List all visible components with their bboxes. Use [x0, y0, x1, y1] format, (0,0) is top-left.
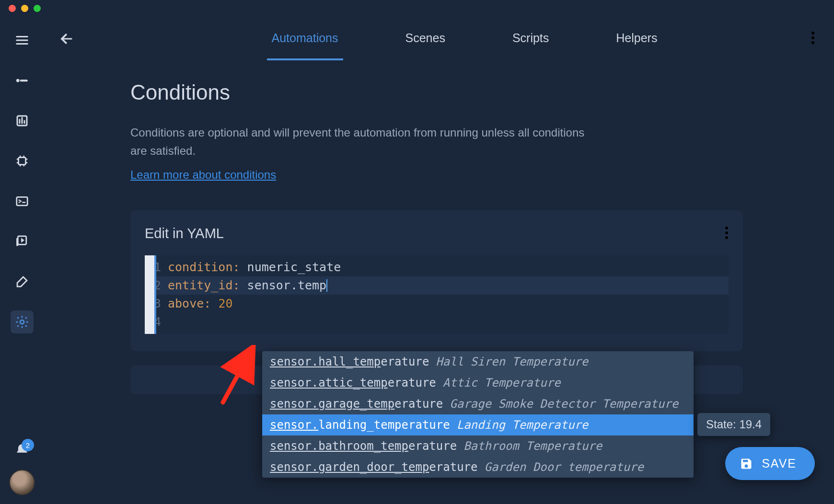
card-overflow-button[interactable] — [725, 226, 729, 242]
devtools-icon[interactable] — [11, 190, 34, 213]
svg-rect-1 — [20, 80, 27, 81]
user-avatar[interactable] — [9, 470, 35, 495]
tab-helpers[interactable]: Helpers — [611, 18, 662, 60]
editor-gutter — [145, 255, 154, 334]
back-button[interactable] — [58, 31, 75, 47]
save-button[interactable]: SAVE — [725, 447, 815, 480]
chip-icon[interactable] — [11, 149, 34, 172]
svg-point-9 — [811, 36, 814, 39]
sidebar: 2 — [0, 16, 44, 504]
autocomplete-id: sensor.hall_temperature — [270, 355, 429, 368]
svg-rect-6 — [17, 239, 18, 246]
code-line[interactable]: 3above: 20 — [145, 295, 729, 313]
svg-point-8 — [811, 32, 814, 34]
autocomplete-item[interactable]: sensor.landing_temperatureLanding Temper… — [262, 414, 694, 435]
code-line[interactable]: 1condition: numeric_state — [145, 258, 729, 276]
svg-point-10 — [811, 41, 814, 44]
code-lines: 1condition: numeric_state2entity_id: sen… — [145, 255, 729, 334]
tab-scenes[interactable]: Scenes — [401, 18, 450, 60]
tabs: Automations Scenes Scripts Helpers — [123, 18, 806, 60]
autocomplete-item[interactable]: sensor.garage_temperatureGarage Smoke De… — [262, 393, 694, 414]
settings-icon[interactable] — [11, 310, 34, 333]
tab-scripts[interactable]: Scripts — [508, 18, 554, 60]
svg-point-12 — [725, 231, 728, 234]
window-titlebar — [0, 0, 834, 16]
save-button-label: SAVE — [762, 457, 797, 470]
yaml-editor[interactable]: 1condition: numeric_state2entity_id: sen… — [145, 255, 729, 334]
autocomplete-label: Attic Temperature — [443, 376, 561, 389]
code-text: above: 20 — [168, 297, 232, 310]
autocomplete-popup[interactable]: sensor.hall_temperatureHall Siren Temper… — [262, 351, 694, 478]
autocomplete-id: sensor.attic_temperature — [270, 376, 436, 389]
learn-more-link[interactable]: Learn more about conditions — [130, 168, 276, 181]
autocomplete-item[interactable]: sensor.attic_temperatureAttic Temperatur… — [262, 372, 694, 393]
window-minimize-button[interactable] — [21, 5, 28, 12]
yaml-editor-card: Edit in YAML 1condition: numeric_state2e… — [130, 210, 743, 351]
build-icon[interactable] — [11, 270, 34, 293]
topbar: Automations Scenes Scripts Helpers — [44, 16, 834, 61]
autocomplete-label: Landing Temperature — [457, 418, 589, 432]
autocomplete-item[interactable]: sensor.bathroom_temperatureBathroom Temp… — [262, 435, 694, 457]
autocomplete-label: Bathroom Temperature — [463, 439, 602, 453]
autocomplete-id: sensor.garage_temperature — [270, 397, 443, 411]
svg-point-0 — [17, 79, 20, 82]
svg-point-13 — [725, 236, 728, 239]
svg-point-11 — [725, 227, 728, 229]
page-description: Conditions are optional and will prevent… — [130, 124, 600, 160]
svg-point-7 — [20, 320, 24, 324]
notification-count-badge: 2 — [22, 439, 34, 451]
overview-icon[interactable] — [11, 69, 34, 92]
page-heading: Conditions — [130, 80, 743, 104]
autocomplete-item[interactable]: sensor.garden_door_temperatureGarden Doo… — [262, 457, 694, 478]
code-line[interactable]: 2entity_id: sensor.temp — [145, 276, 729, 295]
save-icon — [740, 457, 753, 470]
media-icon[interactable] — [11, 230, 34, 253]
window-close-button[interactable] — [9, 5, 16, 12]
autocomplete-id: sensor.bathroom_temperature — [270, 439, 457, 453]
state-tooltip: State: 19.4 — [697, 413, 770, 436]
editor-gutter-active — [154, 255, 156, 334]
svg-rect-3 — [19, 158, 26, 165]
card-title: Edit in YAML — [145, 226, 224, 241]
autocomplete-label: Hall Siren Temperature — [436, 355, 588, 368]
code-text: entity_id: sensor.temp — [168, 278, 327, 292]
topbar-overflow-button[interactable] — [806, 26, 820, 52]
tab-automations[interactable]: Automations — [267, 18, 343, 60]
autocomplete-item[interactable]: sensor.hall_temperatureHall Siren Temper… — [262, 351, 694, 372]
autocomplete-id: sensor.garden_door_temperature — [270, 460, 478, 474]
code-text: condition: numeric_state — [168, 260, 341, 274]
svg-rect-4 — [17, 197, 28, 206]
autocomplete-id: sensor.landing_temperature — [270, 418, 450, 432]
history-icon[interactable] — [11, 109, 34, 132]
window-maximize-button[interactable] — [34, 5, 41, 12]
notifications-button[interactable]: 2 — [15, 443, 29, 459]
code-line[interactable]: 4 — [145, 313, 729, 331]
autocomplete-label: Garden Door temperature — [485, 460, 644, 474]
autocomplete-label: Garage Smoke Detector Temperature — [450, 397, 678, 411]
hamburger-icon[interactable] — [11, 29, 34, 52]
